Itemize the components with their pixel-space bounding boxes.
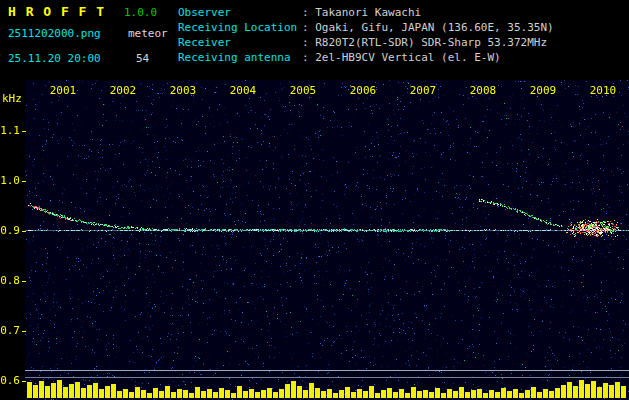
station-label: Observer xyxy=(178,5,302,20)
station-row: Receiving antenna: 2el-HB9CV Vertical (e… xyxy=(178,50,554,65)
time-tick-label: 2002 xyxy=(108,84,138,97)
station-value: : 2el-HB9CV Vertical (el. E-W) xyxy=(302,51,501,64)
station-label: Receiving antenna xyxy=(178,50,302,65)
freq-unit-label: kHz xyxy=(2,92,22,105)
station-label: Receiver xyxy=(178,35,302,50)
freq-tick-label: 0.8 xyxy=(0,274,20,287)
spectrogram-canvas xyxy=(0,80,629,400)
time-tick-label: 2010 xyxy=(588,84,618,97)
time-tick-label: 2008 xyxy=(468,84,498,97)
time-tick-label: 2007 xyxy=(408,84,438,97)
time-tick-label: 2003 xyxy=(168,84,198,97)
time-tick-label: 2009 xyxy=(528,84,558,97)
time-tick-label: 2001 xyxy=(48,84,78,97)
header-bar: H R O F F T 1.0.0 2511202000.png meteor … xyxy=(0,0,629,80)
app-version: 1.0.0 xyxy=(124,6,157,19)
spectrogram-panel: 2001 2002 2003 2004 2005 2006 2007 2008 … xyxy=(0,80,629,400)
meteor-count: 54 xyxy=(136,52,149,65)
hrofft-app: H R O F F T 1.0.0 2511202000.png meteor … xyxy=(0,0,629,400)
freq-tick-label: 0.6 xyxy=(0,374,20,387)
app-title: H R O F F T xyxy=(8,4,105,19)
time-tick-label: 2005 xyxy=(288,84,318,97)
station-value: : Takanori Kawachi xyxy=(302,6,421,19)
station-info: Observer: Takanori Kawachi Receiving Loc… xyxy=(178,5,554,65)
freq-tick-label: 0.9 xyxy=(0,224,20,237)
output-filename: 2511202000.png xyxy=(8,27,101,40)
mode-label: meteor xyxy=(128,27,168,40)
datetime-label: 25.11.20 20:00 xyxy=(8,52,101,65)
station-label: Receiving Location xyxy=(178,20,302,35)
station-value: : R820T2(RTL-SDR) SDR-Sharp 53.372MHz xyxy=(302,36,547,49)
time-tick-label: 2006 xyxy=(348,84,378,97)
station-row: Receiver: R820T2(RTL-SDR) SDR-Sharp 53.3… xyxy=(178,35,554,50)
station-row: Receiving Location: Ogaki, Gifu, JAPAN (… xyxy=(178,20,554,35)
station-row: Observer: Takanori Kawachi xyxy=(178,5,554,20)
freq-tick-label: 0.7 xyxy=(0,324,20,337)
time-tick-label: 2004 xyxy=(228,84,258,97)
freq-tick-label: 1.1 xyxy=(0,124,20,137)
freq-tick-label: 1.0 xyxy=(0,174,20,187)
station-value: : Ogaki, Gifu, JAPAN (136.60E, 35.35N) xyxy=(302,21,554,34)
